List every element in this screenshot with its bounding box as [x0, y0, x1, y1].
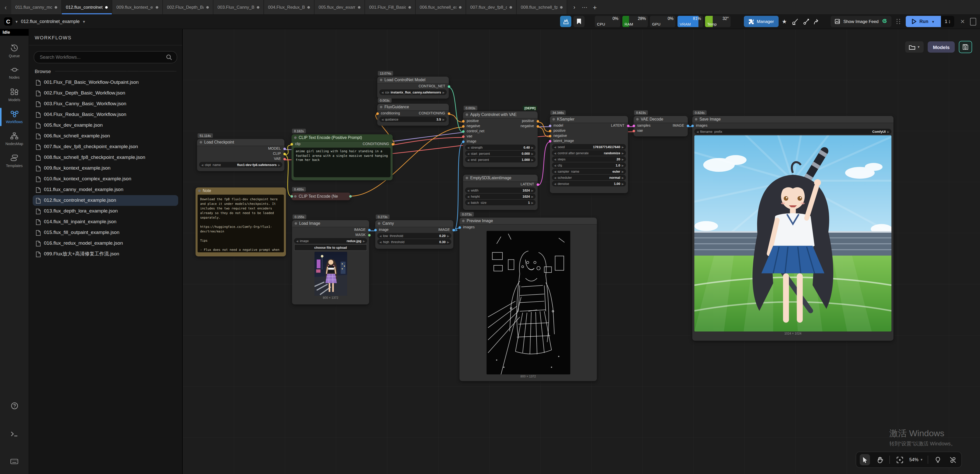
tab-unsaved-dot-icon[interactable] [257, 6, 259, 8]
workflow-tab-1[interactable]: 011.flux_canny_mode... [11, 0, 62, 14]
output-socket[interactable] [536, 183, 539, 186]
workflow-file-item[interactable]: 008.flux_schnell_fp8_checkpoint_example.… [33, 152, 178, 163]
shortcuts-keyboard-button[interactable] [0, 458, 29, 465]
input-socket[interactable] [632, 124, 635, 127]
app-menu-chevron-icon[interactable]: ▼ [15, 20, 18, 23]
output-socket[interactable] [447, 85, 450, 88]
node-vae_decode[interactable]: 0.623sVAE DecodesamplesIMAGEvae [633, 116, 688, 136]
collapse-dot-icon[interactable] [294, 136, 297, 139]
widget-width[interactable]: ◀width1024▶ [465, 187, 536, 193]
node-load_controlnet[interactable]: 13.074sLoad ControlNet ModelCONTROL_NET◀… [377, 77, 449, 99]
collapse-dot-icon[interactable] [462, 220, 465, 222]
widget-strength[interactable]: ◀strength0.40▶ [465, 145, 536, 150]
workflow-menu-chevron-icon[interactable]: ▼ [82, 20, 86, 23]
node-empty_latent[interactable]: EmptySD3LatentImageLATENT◀width1024▶◀hei… [463, 175, 538, 210]
input-socket[interactable] [462, 135, 465, 138]
workflow-tab-5[interactable]: 003.Flux_Canny_Bas... [213, 0, 264, 14]
models-button[interactable]: Models [928, 41, 955, 53]
widget-controlaftergenerate[interactable]: ◀control after generaterandomize▶ [552, 150, 626, 156]
widget-ckpt_name[interactable]: ◀ckpt_nameflux1-dev-fp8.safetensors▶ [199, 162, 282, 168]
cleanup-button[interactable] [790, 16, 800, 27]
collapse-dot-icon[interactable] [200, 141, 202, 144]
workflow-tab-10[interactable]: 007.flux_dev_fp8_ch... [466, 0, 517, 14]
input-socket[interactable] [374, 228, 377, 231]
widget-filename_prefix[interactable]: ◀filename_prefixComfyUI▶ [694, 129, 891, 134]
prompt-text[interactable]: anime girl smiling with long hair standi… [294, 148, 391, 177]
upload-button[interactable]: choose file to upload [294, 244, 367, 251]
node-save_image[interactable]: 0.824sSave Imageimages◀filename_prefixCo… [692, 116, 894, 341]
sidebar-item-queue[interactable]: Queue [0, 41, 29, 61]
output-socket[interactable] [368, 228, 371, 231]
collapsed-output-dot[interactable] [349, 195, 352, 198]
search-input[interactable] [39, 54, 163, 60]
widget-cfg[interactable]: ◀cfg1.0▶ [552, 163, 626, 168]
workflow-folder-button[interactable]: ▼ [905, 41, 924, 53]
output-socket[interactable] [447, 112, 450, 115]
tab-unsaved-dot-icon[interactable] [409, 6, 411, 8]
graph-canvas[interactable]: ▼ Models 51.114sLoad CheckpointMODELCLIP… [183, 29, 980, 474]
node-preview_image[interactable]: 0.073sPreview Imageimages 800 × 1372 [460, 218, 597, 381]
output-socket[interactable] [283, 147, 286, 150]
favorites-star-button[interactable]: ★ [780, 16, 789, 27]
output-socket[interactable] [391, 143, 394, 145]
node-apply_controlnet[interactable]: 0.003s[DEPR]Apply Controlnet with VAEpos… [463, 111, 538, 167]
workflow-file-item[interactable]: 013.flux_depth_lora_example.json [33, 206, 178, 217]
widget-low_threshold[interactable]: ◀low_threshold0.20▶ [377, 233, 451, 239]
widget-batch_size[interactable]: ◀batch_size1▶ [465, 200, 536, 205]
cleanup-alt-button[interactable] [801, 16, 811, 27]
workflow-file-item[interactable]: 099.Flux放大+高清修复工作流.json [33, 249, 178, 260]
node-clip_negative[interactable]: 0.455s CLIP Text Encode (Ne [291, 193, 350, 200]
collapse-dot-icon[interactable] [378, 222, 380, 225]
workflow-tab-7[interactable]: 005.flux_dev_example [315, 0, 365, 14]
workflow-file-item[interactable]: 005.flux_dev_example.json [33, 120, 178, 131]
workflow-file-item[interactable]: 015.flux_fill_outpaint_example.json [33, 227, 178, 238]
sidebar-item-models[interactable]: Models [0, 85, 29, 105]
input-socket[interactable] [462, 120, 465, 122]
widget-high_threshold[interactable]: ◀high_threshold0.30▶ [377, 239, 451, 245]
workflow-tab-11[interactable]: 008.flux_schnell_fp8_ [517, 0, 567, 14]
workflow-search[interactable] [34, 51, 177, 63]
widget-sampler_name[interactable]: ◀sampler_nameeuler▶ [552, 169, 626, 174]
collapse-dot-icon[interactable] [294, 195, 297, 198]
note-text[interactable]: Download the fp8 flux1-dev checkpoint he… [197, 195, 284, 252]
collapse-dot-icon[interactable] [695, 118, 697, 121]
collapse-dot-icon[interactable] [294, 222, 297, 225]
node-clip_positive[interactable]: 0.182sCLIP Text Encode (Positive Prompt)… [291, 134, 393, 180]
tab-unsaved-dot-icon[interactable] [105, 6, 108, 8]
tab-unsaved-dot-icon[interactable] [156, 6, 158, 8]
widget-control_[interactable]: ◀control_ ...instantx_flux_canny.safeten… [379, 89, 447, 95]
select-tool-button[interactable] [860, 454, 870, 465]
input-socket[interactable] [549, 135, 551, 137]
workflow-tab-4[interactable]: 002.Flux_Depth_Basi... [163, 0, 213, 14]
workflow-file-item[interactable]: 011.flux_canny_model_example.json [33, 184, 178, 195]
new-tab-button[interactable]: + [591, 3, 599, 11]
tabs-scroll-left-icon[interactable]: ‹ [0, 0, 11, 14]
collapsed-input-dot[interactable] [290, 195, 293, 198]
save-workflow-button[interactable] [959, 41, 972, 53]
widget-end_percent[interactable]: ◀end_percent1.000▶ [465, 157, 536, 163]
workflow-file-item[interactable]: 012.flux_controlnet_example.json [33, 195, 178, 206]
input-socket[interactable] [462, 130, 465, 132]
workflow-file-item[interactable]: 014.flux_fill_inpaint_example.json [33, 217, 178, 227]
widget-height[interactable]: ◀height1024▶ [465, 193, 536, 199]
batch-count-stepper[interactable]: 1▴▾ [941, 16, 954, 27]
collapse-dot-icon[interactable] [380, 106, 382, 108]
widget-seed[interactable]: ◀seed178187714517640▶ [552, 144, 626, 150]
zoom-level-dropdown[interactable]: 54%▼ [909, 457, 923, 462]
node-canny[interactable]: 0.273sCannyimageIMAGE◀low_threshold0.20▶… [375, 220, 453, 249]
input-socket[interactable] [458, 226, 461, 228]
workflow-file-item[interactable]: 004.Flux_Redux_Basic_Workflow.json [33, 109, 178, 120]
input-socket[interactable] [549, 140, 551, 142]
workflow-file-item[interactable]: 016.flux_redux_model_example.json [33, 238, 178, 249]
widget-denoise[interactable]: ◀denoise1.00▶ [552, 181, 626, 187]
collapse-dot-icon[interactable] [466, 113, 468, 116]
input-socket[interactable] [290, 143, 293, 145]
collapse-dot-icon[interactable] [466, 177, 468, 179]
tab-unsaved-dot-icon[interactable] [55, 6, 57, 8]
widget-image[interactable]: ◀imageredux.jpg▶ [294, 238, 367, 244]
run-options-chevron-icon[interactable]: ▼ [932, 20, 935, 23]
tabs-more-icon[interactable]: ⋯ [581, 4, 589, 11]
tab-unsaved-dot-icon[interactable] [560, 6, 563, 8]
share-button[interactable] [812, 16, 821, 27]
output-socket[interactable] [452, 228, 455, 231]
